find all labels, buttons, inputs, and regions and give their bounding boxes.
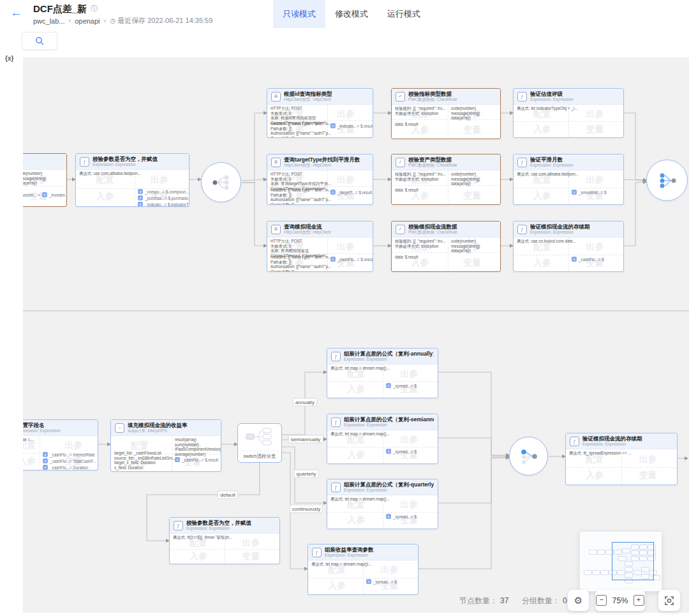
node-http-query-targettype[interactable]: ≣查询targetType并找到平滑月数HttpClient类型: HttpCl… <box>267 154 373 205</box>
back-button[interactable]: ← <box>10 6 22 20</box>
watermark-tr: 出参 <box>400 434 418 446</box>
node-params-lines: data: $.result <box>395 255 418 260</box>
flow-canvas[interactable] <box>23 57 689 613</box>
node-expr-spread-formula-annually[interactable]: ƒ组装计算点差的公式（复利-annually）Expression: Expre… <box>327 348 438 398</box>
node-titles: 校验指标类型数据PWC数据校验: CheckRule <box>408 91 457 102</box>
node-http-query-sim-cashflow[interactable]: ≣查询模拟现金流HttpClient类型: HttpClient配置出参入参变量… <box>267 221 373 272</box>
node-subtitle: Expression: Expression <box>530 230 590 235</box>
mapping-tag-value: = $.result.dat... <box>357 257 373 262</box>
watermark-bl: 入参 <box>328 580 346 592</box>
mapping-tag: x_cashFlo... = TotalCashF... <box>43 458 96 463</box>
node-title: 查询targetType并找到平滑月数 <box>284 156 360 163</box>
node-subtitle: PWC数据校验: CheckRule <box>408 230 457 235</box>
zoom-out-button[interactable]: − <box>596 595 607 606</box>
node-expr-validate-cashflow-duration-top[interactable]: ƒ验证模拟现金流的存续期Expression: Expression配置出参入参… <box>513 221 624 272</box>
zoom-level: 75% <box>612 596 628 605</box>
node-exclusive-merge[interactable] <box>509 437 548 476</box>
node-title: 组装计算点差的公式（复利-annually） <box>344 350 434 357</box>
fit-view-icon <box>664 596 674 606</box>
minimap[interactable] <box>579 531 662 592</box>
minimap-node <box>589 550 597 555</box>
node-subtitle: Expression: Expression <box>582 442 642 447</box>
node-header: ƒ校验参数是否为空，并赋值Expression: Expression <box>76 154 189 170</box>
node-config-lines: 表达式: use com.alibaba.fastjson... <box>517 172 579 177</box>
fan-out-icon <box>210 172 233 193</box>
mapping-tag: x_indicato... = $.indicatorT... <box>138 202 189 207</box>
watermark-tl: 配置 <box>131 440 149 452</box>
variable-chip-icon: x <box>330 190 336 195</box>
mapping-tag-label: _cashFlo... <box>50 453 70 457</box>
node-switch-branch[interactable]: switch流程分支 <box>237 423 282 463</box>
tab-mode-0[interactable]: 只读模式 <box>273 0 325 28</box>
node-header: ƒ校验参数是否为空，并赋值Expression: Expression <box>170 518 279 534</box>
node-subtitle: Expression: Expression <box>17 428 61 433</box>
node-body: 配置出参入参变量HTTP方法: POST 失败重试: 0 名称: 根据id查询指… <box>267 105 373 137</box>
watermark-br: 变量 <box>463 257 481 269</box>
node-http-query-indicator-type[interactable]: ≣根据id查询指标类型HttpClient类型: HttpClient配置出参入… <box>267 88 373 138</box>
variables-panel-toggle[interactable]: {x} <box>5 55 13 62</box>
node-header: ✓校验模拟现金流数据PWC数据校验: CheckRule <box>392 222 500 237</box>
search-icon <box>35 36 44 45</box>
node-http-icon: ≣ <box>271 158 281 167</box>
node-title: 校验资产类型数据 <box>408 156 457 163</box>
info-icon[interactable]: ⓘ <box>91 4 98 13</box>
watermark-br: 变量 <box>586 124 604 135</box>
node-expr-spread-formula-semiannually[interactable]: ƒ组装计算点差的公式（复利-semiannually）Expression: E… <box>327 414 438 464</box>
search-button[interactable] <box>22 32 57 50</box>
minimap-viewport[interactable] <box>612 542 654 580</box>
edge-label-semiannually: semiannually <box>288 435 323 444</box>
node-config-lines: 表达式: let map = stream.map()i... <box>311 562 371 567</box>
settings-button[interactable]: ⚙ <box>568 590 589 611</box>
watermark-bl: 入参 <box>347 449 365 461</box>
node-subtitle: PWC数据校验: CheckRule <box>408 163 457 168</box>
node-titles: 组装计算点差的公式（复利-semiannually）Expression: Ex… <box>344 416 434 428</box>
node-expr-icon: ƒ <box>517 92 527 101</box>
title-area: DCF点差_新 ⓘ pwc_lab... ∨ openapi ∨ ◷ 最近保存 … <box>33 3 212 26</box>
watermark-bl: 入参 <box>533 124 551 135</box>
node-config-lines: 表达式: use com.alibaba.fastjson... <box>79 171 141 176</box>
minimap-node <box>592 570 600 575</box>
node-titles: 组装计算点差的公式（复利-annually）Expression: Expres… <box>344 350 434 362</box>
node-config-lines: 表达式: let indicatorTypeObj = _i... <box>517 106 577 111</box>
node-parallel-join[interactable] <box>646 160 688 201</box>
node-title: 组装收益率查询参数 <box>325 546 374 553</box>
node-check-asset-type-data[interactable]: ✓校验资产类型数据PWC数据校验: CheckRule配置出参入参变量校验规则:… <box>391 154 501 205</box>
tab-mode-2[interactable]: 运行模式 <box>378 0 430 28</box>
mapping-tag-value: = $ <box>411 449 417 454</box>
env-select[interactable]: openapi <box>75 17 100 25</box>
node-interp-fill-yield[interactable]: ~填充模拟现金流的收益率scipy计算: InterpGPS配置出参入参变量re… <box>110 419 221 472</box>
mapping-tag-label: _cashFlo... <box>50 459 70 463</box>
node-expr-validate-cashflow-duration-bottom[interactable]: ƒ验证模拟现金流的存续期Expression: Expression配置出参入参… <box>565 433 678 485</box>
node-check-indicator-type-data[interactable]: ✓校验指标类型数据PWC数据校验: CheckRule配置出参入参变量校验规则:… <box>391 88 501 139</box>
node-parallel-split[interactable] <box>201 162 241 202</box>
variable-chip-icon: x <box>138 202 143 207</box>
node-title: 校验指标类型数据 <box>408 91 457 97</box>
node-mapping-tags: x_compo... = $.compoun...x_purchas... = … <box>138 189 189 207</box>
node-validate-params-assign-bottom[interactable]: ƒ校验参数是否为空，并赋值Expression: Expression配置出参入… <box>169 517 280 564</box>
node-expr-validate-rating[interactable]: ƒ验证估值评级Expression: Expression配置出参入参变量表达式… <box>513 88 624 138</box>
watermark-tr: 出参 <box>586 109 604 120</box>
node-expr-assemble-yield-query[interactable]: ƒ组装收益率查询参数Expression: Expression配置出参入参变量… <box>307 544 419 595</box>
node-mapping-tags: x_cashFlo... = $ <box>572 257 604 262</box>
node-validate-params-assign-top[interactable]: ƒ校验参数是否为空，并赋值Expression: Expression配置出参入… <box>75 153 189 207</box>
minimap-node <box>597 550 605 555</box>
node-subtitle: Expression: Expression <box>344 357 434 362</box>
project-select[interactable]: pwc_lab... <box>33 17 65 25</box>
fit-view-button[interactable] <box>658 590 680 611</box>
header: ← DCF点差_新 ⓘ pwc_lab... ∨ openapi ∨ ◷ 最近保… <box>0 0 689 28</box>
node-expr-validate-smooth-months[interactable]: ƒ验证平滑月数Expression: Expression配置出参入参变量表达式… <box>513 154 624 205</box>
node-params-lines: data: $.result <box>395 188 418 193</box>
clock-icon: ◷ <box>110 17 115 24</box>
mapping-tag-value: = $.result.data <box>355 190 373 195</box>
zoom-in-button[interactable]: + <box>633 595 644 606</box>
node-header: ≣根据id查询指标类型HttpClient类型: HttpClient <box>267 89 373 105</box>
tab-mode-1[interactable]: 修改模式 <box>325 0 378 28</box>
node-params-lines: Headers: [{"valueType":"Text","n... Path… <box>270 255 331 272</box>
node-body: 配置出参入参变量HTTP方法: POST 失败重试: 0 名称: 查询模拟现金流… <box>267 237 373 271</box>
variable-chip-icon: x <box>43 465 48 470</box>
node-check-icon: ✓ <box>396 158 405 167</box>
node-expr-spread-formula-quarterly[interactable]: ƒ组装计算点差的公式（复利-quarterly）Expression: Expr… <box>327 479 438 529</box>
node-expr-icon: ƒ <box>570 437 579 446</box>
variable-chip-icon: x <box>572 257 577 262</box>
node-check-sim-cashflow-data[interactable]: ✓校验模拟现金流数据PWC数据校验: CheckRule配置出参入参变量校验规则… <box>391 221 501 272</box>
